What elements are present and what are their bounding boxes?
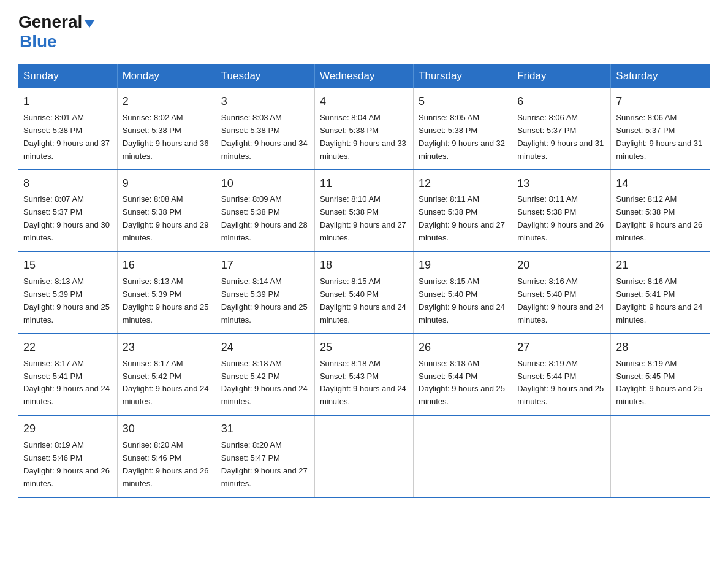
day-number: 15 (23, 257, 112, 274)
calendar-cell: 1Sunrise: 8:01 AMSunset: 5:38 PMDaylight… (18, 88, 117, 170)
calendar-cell: 4Sunrise: 8:04 AMSunset: 5:38 PMDaylight… (314, 88, 413, 170)
day-number: 26 (419, 339, 507, 356)
day-number: 1 (23, 93, 112, 110)
day-info: Sunrise: 8:18 AMSunset: 5:44 PMDaylight:… (419, 359, 505, 407)
day-number: 29 (23, 421, 112, 438)
day-info: Sunrise: 8:08 AMSunset: 5:38 PMDaylight:… (123, 194, 209, 242)
day-info: Sunrise: 8:13 AMSunset: 5:39 PMDaylight:… (23, 277, 110, 324)
day-info: Sunrise: 8:06 AMSunset: 5:37 PMDaylight:… (517, 113, 604, 161)
calendar-table: SundayMondayTuesdayWednesdayThursdayFrid… (18, 64, 710, 498)
day-info: Sunrise: 8:19 AMSunset: 5:44 PMDaylight:… (517, 359, 604, 407)
calendar-week-2: 8Sunrise: 8:07 AMSunset: 5:37 PMDaylight… (18, 170, 710, 252)
day-number: 13 (517, 175, 605, 193)
day-number: 9 (123, 175, 211, 193)
calendar-cell (512, 415, 611, 497)
header-thursday: Thursday (414, 64, 512, 88)
day-info: Sunrise: 8:11 AMSunset: 5:38 PMDaylight:… (419, 194, 505, 242)
day-number: 24 (221, 339, 309, 356)
day-number: 16 (123, 257, 211, 274)
header-friday: Friday (512, 64, 611, 88)
day-info: Sunrise: 8:06 AMSunset: 5:37 PMDaylight:… (616, 113, 702, 161)
day-number: 25 (320, 339, 408, 356)
day-number: 12 (419, 175, 507, 193)
calendar-cell: 7Sunrise: 8:06 AMSunset: 5:37 PMDaylight… (611, 88, 710, 170)
calendar-cell: 8Sunrise: 8:07 AMSunset: 5:37 PMDaylight… (18, 170, 117, 252)
calendar-cell: 23Sunrise: 8:17 AMSunset: 5:42 PMDayligh… (117, 334, 216, 416)
calendar-cell: 22Sunrise: 8:17 AMSunset: 5:41 PMDayligh… (18, 334, 117, 416)
day-number: 5 (419, 93, 507, 110)
day-number: 22 (23, 339, 112, 356)
day-info: Sunrise: 8:01 AMSunset: 5:38 PMDaylight:… (23, 113, 110, 161)
day-number: 18 (320, 257, 408, 274)
day-number: 28 (616, 339, 705, 356)
day-number: 14 (616, 175, 705, 193)
calendar-cell (414, 415, 512, 497)
calendar-cell: 19Sunrise: 8:15 AMSunset: 5:40 PMDayligh… (414, 251, 512, 334)
calendar-week-3: 15Sunrise: 8:13 AMSunset: 5:39 PMDayligh… (18, 251, 710, 334)
calendar-header-row: SundayMondayTuesdayWednesdayThursdayFrid… (18, 64, 710, 88)
logo-general: General (18, 12, 82, 32)
day-info: Sunrise: 8:12 AMSunset: 5:38 PMDaylight:… (616, 194, 702, 242)
logo-blue: Blue (20, 32, 57, 51)
calendar-week-4: 22Sunrise: 8:17 AMSunset: 5:41 PMDayligh… (18, 334, 710, 416)
calendar-cell: 12Sunrise: 8:11 AMSunset: 5:38 PMDayligh… (414, 170, 512, 252)
day-number: 10 (221, 175, 309, 193)
day-info: Sunrise: 8:16 AMSunset: 5:40 PMDaylight:… (517, 277, 604, 324)
day-number: 31 (221, 421, 309, 438)
day-info: Sunrise: 8:09 AMSunset: 5:38 PMDaylight:… (221, 194, 308, 242)
calendar-cell: 16Sunrise: 8:13 AMSunset: 5:39 PMDayligh… (117, 251, 216, 334)
day-number: 30 (123, 421, 211, 438)
calendar-cell (314, 415, 413, 497)
day-info: Sunrise: 8:19 AMSunset: 5:45 PMDaylight:… (616, 359, 702, 407)
calendar-cell: 30Sunrise: 8:20 AMSunset: 5:46 PMDayligh… (117, 415, 216, 497)
calendar-cell: 13Sunrise: 8:11 AMSunset: 5:38 PMDayligh… (512, 170, 611, 252)
header-wednesday: Wednesday (314, 64, 413, 88)
day-number: 23 (123, 339, 211, 356)
logo: General Blue (18, 12, 95, 52)
day-info: Sunrise: 8:11 AMSunset: 5:38 PMDaylight:… (517, 194, 604, 242)
day-number: 7 (616, 93, 705, 110)
day-number: 4 (320, 93, 408, 110)
calendar-cell: 28Sunrise: 8:19 AMSunset: 5:45 PMDayligh… (611, 334, 710, 416)
day-info: Sunrise: 8:18 AMSunset: 5:43 PMDaylight:… (320, 359, 406, 407)
day-info: Sunrise: 8:04 AMSunset: 5:38 PMDaylight:… (320, 113, 406, 161)
calendar-week-5: 29Sunrise: 8:19 AMSunset: 5:46 PMDayligh… (18, 415, 710, 497)
calendar-cell: 29Sunrise: 8:19 AMSunset: 5:46 PMDayligh… (18, 415, 117, 497)
calendar-cell: 2Sunrise: 8:02 AMSunset: 5:38 PMDaylight… (117, 88, 216, 170)
day-info: Sunrise: 8:20 AMSunset: 5:46 PMDaylight:… (123, 440, 209, 488)
day-number: 20 (517, 257, 605, 274)
day-info: Sunrise: 8:10 AMSunset: 5:38 PMDaylight:… (320, 194, 406, 242)
day-info: Sunrise: 8:14 AMSunset: 5:39 PMDaylight:… (221, 277, 308, 324)
calendar-cell: 26Sunrise: 8:18 AMSunset: 5:44 PMDayligh… (414, 334, 512, 416)
calendar-cell: 27Sunrise: 8:19 AMSunset: 5:44 PMDayligh… (512, 334, 611, 416)
day-number: 8 (23, 175, 112, 193)
calendar-cell: 17Sunrise: 8:14 AMSunset: 5:39 PMDayligh… (216, 251, 314, 334)
calendar-cell: 24Sunrise: 8:18 AMSunset: 5:42 PMDayligh… (216, 334, 314, 416)
calendar-cell: 31Sunrise: 8:20 AMSunset: 5:47 PMDayligh… (216, 415, 314, 497)
calendar-cell (611, 415, 710, 497)
header-monday: Monday (117, 64, 216, 88)
day-info: Sunrise: 8:17 AMSunset: 5:41 PMDaylight:… (23, 359, 110, 407)
page-header: General Blue (18, 12, 710, 52)
day-info: Sunrise: 8:16 AMSunset: 5:41 PMDaylight:… (616, 277, 702, 324)
day-info: Sunrise: 8:07 AMSunset: 5:37 PMDaylight:… (23, 194, 110, 242)
calendar-cell: 20Sunrise: 8:16 AMSunset: 5:40 PMDayligh… (512, 251, 611, 334)
day-info: Sunrise: 8:19 AMSunset: 5:46 PMDaylight:… (23, 440, 110, 488)
day-info: Sunrise: 8:18 AMSunset: 5:42 PMDaylight:… (221, 359, 308, 407)
day-number: 3 (221, 93, 309, 110)
header-saturday: Saturday (611, 64, 710, 88)
day-number: 19 (419, 257, 507, 274)
day-info: Sunrise: 8:02 AMSunset: 5:38 PMDaylight:… (123, 113, 209, 161)
calendar-cell: 3Sunrise: 8:03 AMSunset: 5:38 PMDaylight… (216, 88, 314, 170)
day-number: 11 (320, 175, 408, 193)
day-number: 17 (221, 257, 309, 274)
calendar-cell: 6Sunrise: 8:06 AMSunset: 5:37 PMDaylight… (512, 88, 611, 170)
day-number: 6 (517, 93, 605, 110)
day-info: Sunrise: 8:03 AMSunset: 5:38 PMDaylight:… (221, 113, 308, 161)
header-sunday: Sunday (18, 64, 117, 88)
header-tuesday: Tuesday (216, 64, 314, 88)
day-info: Sunrise: 8:13 AMSunset: 5:39 PMDaylight:… (123, 277, 209, 324)
day-info: Sunrise: 8:15 AMSunset: 5:40 PMDaylight:… (419, 277, 505, 324)
day-info: Sunrise: 8:05 AMSunset: 5:38 PMDaylight:… (419, 113, 505, 161)
day-number: 2 (123, 93, 211, 110)
